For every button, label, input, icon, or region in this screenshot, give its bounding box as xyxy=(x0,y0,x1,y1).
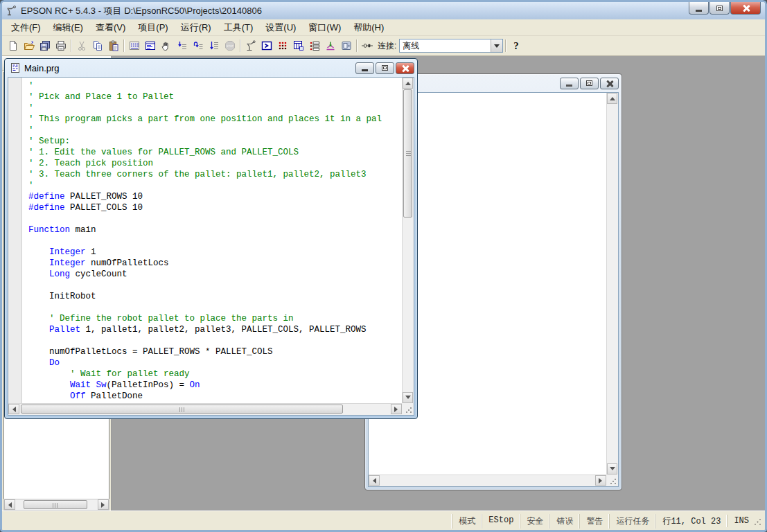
paste-icon[interactable] xyxy=(105,38,121,54)
scroll-right-arrow[interactable] xyxy=(98,499,109,510)
code-line: Long cycleCount xyxy=(28,269,402,280)
connect-plug-icon xyxy=(359,38,375,54)
resize-grip[interactable] xyxy=(610,478,617,485)
walk-icon[interactable] xyxy=(206,38,222,54)
code-line: Do xyxy=(28,357,402,369)
step-into-icon[interactable] xyxy=(174,38,190,54)
main-prg-window[interactable]: Main.prg '' Pick and Place 1 to Pallet''… xyxy=(4,58,418,419)
minimize-button[interactable] xyxy=(560,78,579,89)
minimize-button[interactable] xyxy=(689,2,709,15)
title-bar[interactable]: EPSON RC+ 5.4.3 - 项目 D:\EpsonRC50\Projec… xyxy=(2,2,765,19)
task-manager-icon[interactable] xyxy=(290,38,306,54)
new-file-icon[interactable] xyxy=(5,38,21,54)
status-field-模式: 模式 xyxy=(452,514,482,529)
code-line: ' Define the robot pallet to place the p… xyxy=(28,313,402,324)
cursor-position: 行11, Col 23 xyxy=(655,514,727,529)
explorer-horizontal-scrollbar[interactable] xyxy=(3,499,109,511)
menu-item-project[interactable]: 项目(P) xyxy=(132,19,174,36)
controller-tools-icon[interactable] xyxy=(338,38,354,54)
connection-dropdown[interactable]: 离线 xyxy=(399,39,503,53)
minimize-icon xyxy=(362,69,368,71)
connection-value: 离线 xyxy=(400,40,491,52)
window-resize-grip[interactable] xyxy=(754,518,761,526)
step-over-icon[interactable] xyxy=(190,38,206,54)
close-button[interactable] xyxy=(396,62,414,74)
robot-manager-icon[interactable] xyxy=(243,38,258,54)
cut-icon[interactable] xyxy=(73,38,89,54)
menu-item-view[interactable]: 查看(V) xyxy=(89,19,132,36)
code-line: Function main xyxy=(28,224,402,236)
code-line: #define PALLET_ROWS 10 xyxy=(28,191,402,202)
scroll-up-arrow[interactable] xyxy=(403,78,413,89)
code-line: Off PalletDone xyxy=(28,391,402,402)
menu-item-setup[interactable]: 设置(U) xyxy=(259,19,302,36)
close-button[interactable] xyxy=(600,78,619,89)
maximize-button[interactable] xyxy=(709,2,730,15)
menu-item-window[interactable]: 窗口(W) xyxy=(302,19,347,36)
code-line: ' xyxy=(28,180,402,191)
app-window: EPSON RC+ 5.4.3 - 项目 D:\EpsonRC50\Projec… xyxy=(0,0,767,532)
scroll-down-arrow[interactable] xyxy=(403,392,413,403)
scroll-right-arrow[interactable] xyxy=(391,404,402,414)
close-icon xyxy=(606,80,613,87)
close-icon xyxy=(401,64,409,72)
pause-icon[interactable] xyxy=(158,38,174,54)
io-monitor-icon[interactable] xyxy=(274,38,290,54)
toolbar-icons: STOP xyxy=(5,38,354,54)
status-field-运行任务: 运行任务 xyxy=(609,514,655,529)
scroll-left-arrow[interactable] xyxy=(369,475,380,486)
horizontal-scrollbar[interactable] xyxy=(369,475,606,486)
menu-item-file[interactable]: 文件(F) xyxy=(5,19,47,36)
scroll-right-arrow[interactable] xyxy=(595,475,606,486)
scroll-left-arrow[interactable] xyxy=(8,404,19,414)
main-prg-titlebar[interactable]: Main.prg xyxy=(5,59,417,77)
connection-dropdown-button[interactable] xyxy=(491,39,502,52)
help-button[interactable]: ? xyxy=(508,40,524,52)
menu-item-edit[interactable]: 编辑(E) xyxy=(47,19,89,36)
menu-item-tools[interactable]: 工具(T) xyxy=(218,19,260,36)
simulator-icon[interactable] xyxy=(322,38,338,54)
horizontal-scrollbar[interactable] xyxy=(8,403,402,415)
close-button[interactable] xyxy=(730,2,761,15)
minimize-button[interactable] xyxy=(355,62,374,74)
run-window-icon[interactable] xyxy=(258,38,274,54)
copy-icon[interactable] xyxy=(89,38,105,54)
scroll-down-arrow[interactable] xyxy=(607,463,617,475)
code-line: ' 2. Teach pick position xyxy=(28,158,402,169)
menu-item-run[interactable]: 运行(R) xyxy=(175,19,218,36)
code-line: ' 1. Edit the values for PALLET_ROWS and… xyxy=(28,147,402,158)
scrollbar-thumb[interactable] xyxy=(403,89,412,218)
resize-grip[interactable] xyxy=(405,407,412,414)
scroll-up-arrow[interactable] xyxy=(607,93,617,104)
minimize-icon xyxy=(566,85,572,87)
menu-item-help[interactable]: 帮助(H) xyxy=(347,19,390,36)
svg-text:STOP: STOP xyxy=(226,45,233,48)
scrollbar-thumb[interactable] xyxy=(21,405,343,414)
code-line: numOfPalletLocs = PALLET_ROWS * PALLET_C… xyxy=(28,346,402,357)
scrollbar-thumb[interactable] xyxy=(24,500,87,509)
code-line xyxy=(28,335,402,346)
code-line: ' xyxy=(28,103,402,114)
menu-bar: 文件(F)编辑(E)查看(V)项目(P)运行(R)工具(T)设置(U)窗口(W)… xyxy=(2,19,765,36)
command-window-icon[interactable] xyxy=(142,38,158,54)
point-editor-icon[interactable] xyxy=(126,38,142,54)
editor-margin[interactable] xyxy=(8,78,22,403)
toolbar-separator xyxy=(505,39,506,52)
stop-icon[interactable]: STOP xyxy=(222,38,238,54)
code-area[interactable]: '' Pick and Place 1 to Pallet'' This pro… xyxy=(23,78,402,403)
code-line: ' xyxy=(28,80,402,91)
editor-content: '' Pick and Place 1 to Pallet'' This pro… xyxy=(8,77,414,416)
code-line: ' Setup: xyxy=(28,136,402,147)
restore-button[interactable] xyxy=(580,78,599,89)
print-icon[interactable] xyxy=(53,38,69,54)
close-icon xyxy=(742,4,750,12)
save-all-icon[interactable] xyxy=(37,38,53,54)
toolbar-separator xyxy=(240,39,240,52)
vertical-scrollbar[interactable] xyxy=(402,78,414,403)
open-file-icon[interactable] xyxy=(21,38,37,54)
scroll-left-arrow[interactable] xyxy=(4,499,15,510)
restore-button[interactable] xyxy=(376,62,394,74)
io-label-editor-icon[interactable] xyxy=(306,38,322,54)
status-field-警告: 警告 xyxy=(579,514,609,529)
vertical-scrollbar[interactable] xyxy=(606,93,618,475)
